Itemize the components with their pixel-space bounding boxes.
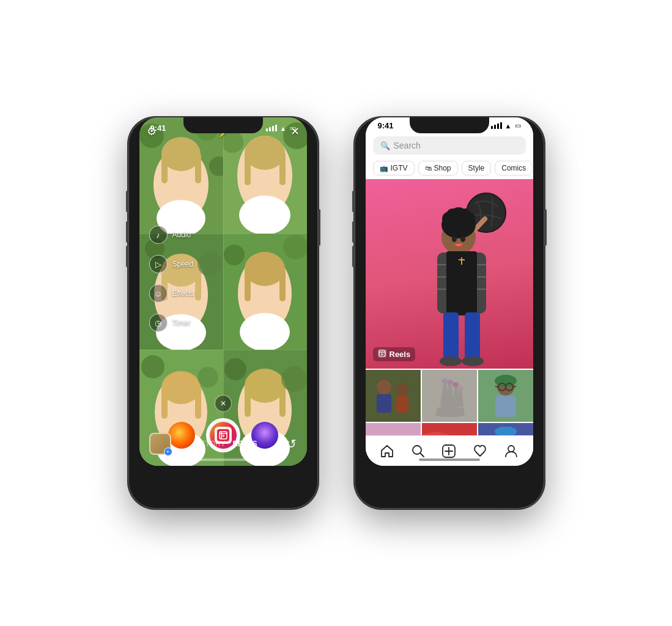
thumb-item-6[interactable] [478, 423, 533, 435]
effects-label: Effects [172, 289, 194, 298]
menu-item-timer[interactable]: ◷ Timer [149, 314, 300, 332]
timer-circle: ◷ [149, 314, 168, 332]
thumb-item-5[interactable] [422, 423, 477, 435]
layout-close-button[interactable]: ✕ [215, 395, 232, 412]
time-left: 9:41 [150, 123, 166, 133]
svg-rect-84 [465, 312, 480, 361]
bottom-nav [366, 435, 533, 466]
thumb-item-2[interactable] [422, 370, 477, 422]
reels-badge: Reels [373, 347, 416, 361]
svg-point-136 [508, 446, 514, 452]
svg-rect-102 [422, 370, 477, 422]
wifi-icon-right: ▲ [505, 122, 512, 130]
flip-camera-button[interactable]: ↺ [286, 436, 297, 451]
tab-style[interactable]: Style [462, 161, 492, 175]
reels-featured-image[interactable]: Reels [366, 179, 533, 369]
svg-line-110 [513, 386, 516, 387]
thumb-item-3[interactable] [478, 370, 533, 422]
svg-point-72 [460, 236, 465, 242]
thumbnail-grid [366, 369, 533, 435]
camera-overlay: ⚙ ⚡ ✕ ♪ Audio ▷ Speed [139, 117, 307, 466]
right-screen: 9:41 ▲ ▭ 🔍 Search 📺 I [366, 117, 533, 466]
layout-close-icon: ✕ [220, 399, 226, 408]
svg-rect-83 [443, 312, 459, 361]
mode-tabs: STORY REELS [201, 440, 257, 448]
audio-icon: ♪ [156, 230, 160, 240]
left-screen: 9:41 ▲ ▭ ⚙ ⚡ ✕ [139, 117, 307, 466]
tab-comics[interactable]: Comics [495, 161, 533, 175]
igtv-icon: 📺 [380, 164, 388, 172]
svg-point-85 [440, 356, 462, 366]
status-bar-left: 9:41 ▲ ▭ [139, 117, 307, 135]
speed-icon: ▷ [155, 260, 161, 269]
battery-icon-right: ▭ [515, 122, 521, 130]
nav-search[interactable] [412, 444, 425, 458]
effects-circle: ☺ [149, 284, 168, 303]
tab-style-label: Style [468, 164, 485, 172]
menu-item-effects[interactable]: ☺ Effects [149, 284, 300, 303]
tab-shop-label: Shop [434, 164, 451, 172]
status-icons-left: ▲ ▭ [266, 124, 296, 132]
svg-rect-112 [366, 423, 421, 435]
home-indicator-left [193, 458, 254, 461]
thumb-item-1[interactable] [366, 370, 421, 422]
nav-profile[interactable] [504, 444, 518, 458]
tab-igtv-label: IGTV [391, 164, 408, 172]
speed-circle: ▷ [149, 255, 168, 273]
right-phone: 9:41 ▲ ▭ 🔍 Search 📺 I [355, 117, 544, 509]
gallery-plus-icon: + [164, 447, 172, 456]
notch-right [410, 117, 489, 133]
tab-story[interactable]: STORY [201, 440, 226, 448]
timer-icon: ◷ [155, 319, 161, 328]
shop-icon: 🛍 [425, 164, 432, 172]
tab-comics-label: Comics [501, 164, 526, 172]
speed-label: Speed [172, 260, 194, 268]
svg-line-132 [420, 453, 424, 457]
svg-point-71 [452, 236, 457, 242]
effects-icon: ☺ [154, 289, 162, 298]
battery-icon-left: ▭ [290, 124, 296, 132]
svg-point-86 [462, 356, 484, 366]
timer-label: Timer [172, 319, 191, 327]
menu-item-audio[interactable]: ♪ Audio [149, 226, 300, 244]
svg-rect-106 [495, 396, 516, 417]
gallery-thumbnail[interactable]: + [149, 433, 171, 455]
bottom-bar-left: + STORY REELS ↺ [139, 428, 307, 455]
search-container: 🔍 Search [366, 133, 533, 158]
menu-item-speed[interactable]: ▷ Speed [149, 255, 300, 273]
svg-rect-96 [366, 370, 421, 422]
svg-point-70 [459, 208, 471, 221]
time-right: 9:41 [378, 121, 394, 130]
nav-likes[interactable] [473, 444, 487, 458]
filter-tabs-container: 📺 IGTV 🛍 Shop Style Comics TV & Movies [366, 158, 533, 179]
svg-line-109 [495, 386, 498, 387]
search-icon: 🔍 [380, 141, 390, 150]
tab-shop[interactable]: 🛍 Shop [418, 161, 458, 175]
player-figure [401, 185, 523, 369]
tab-igtv[interactable]: 📺 IGTV [373, 161, 415, 175]
search-input[interactable]: Search [394, 141, 421, 150]
home-indicator-right [419, 458, 480, 461]
search-bar[interactable]: 🔍 Search [373, 136, 526, 155]
audio-label: Audio [172, 230, 191, 239]
nav-add[interactable] [442, 444, 456, 458]
tab-reels[interactable]: REELS [232, 440, 257, 448]
reels-badge-text: Reels [390, 350, 411, 359]
status-icons-right: ▲ ▭ [491, 122, 521, 130]
camera-menu: ♪ Audio ▷ Speed ☺ Effects [147, 226, 300, 332]
left-phone: 9:41 ▲ ▭ ⚙ ⚡ ✕ [128, 117, 318, 509]
signal-icon-right [491, 122, 502, 129]
explore-content: Reels [366, 179, 533, 435]
audio-circle: ♪ [149, 226, 168, 244]
nav-home[interactable] [380, 444, 394, 458]
svg-point-69 [446, 208, 459, 221]
bottom-mode-bar: + STORY REELS ↺ [139, 428, 307, 455]
signal-icon-left [266, 125, 277, 131]
reels-badge-icon [378, 349, 386, 359]
thumb-item-4[interactable] [366, 423, 421, 435]
svg-rect-125 [500, 427, 512, 434]
wifi-icon-left: ▲ [280, 125, 287, 132]
